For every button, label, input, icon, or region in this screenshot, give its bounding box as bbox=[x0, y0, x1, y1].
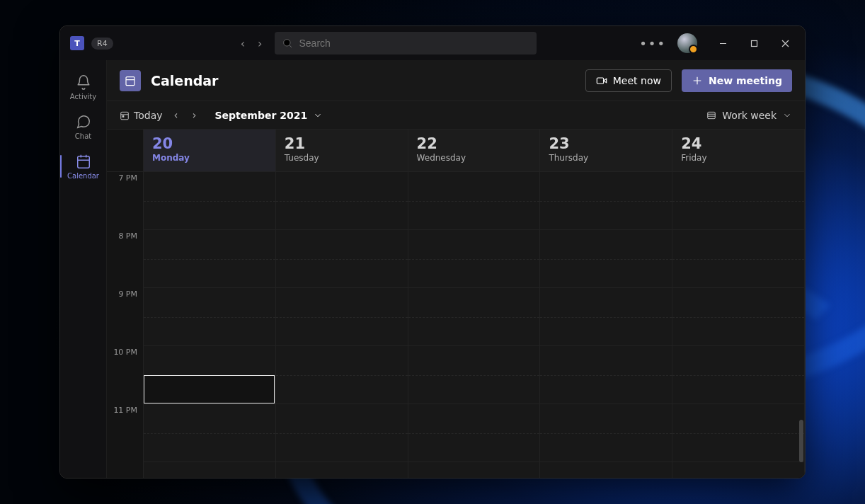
hour-label: 7 PM bbox=[107, 172, 143, 230]
rail-item-activity[interactable]: Activity bbox=[60, 67, 107, 107]
app-window: T R4 ‹ › ••• Activity Chat bbox=[59, 25, 806, 479]
selected-time-slot[interactable] bbox=[144, 375, 275, 403]
history-forward-icon[interactable]: › bbox=[258, 37, 262, 50]
time-slot[interactable] bbox=[276, 172, 408, 230]
time-slot[interactable] bbox=[144, 288, 275, 346]
calendar-grid: 7 PM 8 PM 9 PM 10 PM 11 PM 20 Monday bbox=[107, 130, 805, 478]
chevron-down-icon bbox=[313, 110, 323, 120]
time-slot[interactable] bbox=[672, 230, 804, 288]
svg-rect-10 bbox=[126, 76, 134, 85]
day-name: Thursday bbox=[549, 153, 663, 163]
history-back-icon[interactable]: ‹ bbox=[241, 37, 245, 50]
hour-label: 8 PM bbox=[107, 230, 143, 288]
teams-app-icon: T bbox=[70, 36, 84, 50]
time-slot[interactable] bbox=[144, 404, 275, 462]
time-slot[interactable] bbox=[408, 288, 540, 346]
day-header[interactable]: 23 Thursday bbox=[540, 130, 672, 172]
time-slot[interactable] bbox=[672, 346, 804, 404]
svg-rect-16 bbox=[121, 112, 129, 120]
more-options-icon[interactable]: ••• bbox=[639, 36, 666, 51]
time-slot[interactable] bbox=[540, 172, 672, 230]
rail-item-calendar[interactable]: Calendar bbox=[60, 147, 107, 186]
svg-rect-19 bbox=[708, 112, 716, 118]
time-slot[interactable] bbox=[276, 404, 408, 462]
app-rail: Activity Chat Calendar bbox=[60, 60, 107, 478]
calendar-main: Calendar Meet now New meeting Today ‹ › bbox=[107, 60, 805, 478]
day-name: Wednesday bbox=[417, 153, 532, 163]
time-slot[interactable] bbox=[276, 230, 408, 288]
bell-icon bbox=[76, 74, 91, 90]
time-slot[interactable] bbox=[540, 230, 672, 288]
svg-rect-6 bbox=[77, 156, 89, 168]
calendar-toolbar: Today ‹ › September 2021 Work week bbox=[107, 101, 805, 130]
svg-rect-3 bbox=[751, 40, 757, 46]
time-slot[interactable] bbox=[540, 346, 672, 404]
svg-rect-12 bbox=[597, 78, 603, 84]
time-slot[interactable] bbox=[672, 404, 804, 462]
rail-item-chat[interactable]: Chat bbox=[60, 107, 107, 147]
day-column-mon: 20 Monday bbox=[144, 130, 276, 478]
window-minimize-button[interactable] bbox=[707, 32, 738, 55]
view-switcher[interactable]: Work week bbox=[706, 110, 792, 121]
day-column-thu: 23 Thursday bbox=[540, 130, 672, 478]
svg-line-1 bbox=[290, 45, 292, 47]
day-column-tue: 21 Tuesday bbox=[276, 130, 408, 478]
new-meeting-button[interactable]: New meeting bbox=[682, 69, 792, 92]
day-number: 23 bbox=[549, 135, 663, 152]
month-picker[interactable]: September 2021 bbox=[215, 110, 323, 121]
time-slot[interactable] bbox=[672, 288, 804, 346]
hour-label: 11 PM bbox=[107, 404, 143, 462]
meet-now-button[interactable]: Meet now bbox=[585, 69, 672, 92]
search-icon bbox=[282, 38, 293, 49]
search-input-wrap[interactable] bbox=[275, 32, 537, 55]
day-column-wed: 22 Wednesday bbox=[408, 130, 541, 478]
rail-item-label: Activity bbox=[70, 93, 96, 101]
time-slot[interactable] bbox=[672, 172, 804, 230]
window-close-button[interactable] bbox=[769, 32, 801, 55]
day-column-fri: 24 Friday bbox=[672, 130, 805, 478]
time-slot[interactable] bbox=[540, 404, 672, 462]
next-period-button[interactable]: › bbox=[190, 109, 200, 122]
time-slot[interactable] bbox=[276, 346, 408, 404]
day-number: 24 bbox=[681, 135, 796, 152]
user-avatar[interactable] bbox=[677, 33, 697, 53]
day-number: 21 bbox=[285, 135, 399, 152]
org-badge[interactable]: R4 bbox=[91, 38, 113, 50]
new-meeting-label: New meeting bbox=[709, 75, 782, 86]
svg-point-0 bbox=[284, 40, 290, 46]
meet-now-label: Meet now bbox=[613, 75, 661, 86]
day-number: 22 bbox=[417, 135, 532, 152]
rail-item-label: Calendar bbox=[67, 172, 99, 180]
today-button[interactable]: Today bbox=[120, 110, 163, 121]
prev-period-button[interactable]: ‹ bbox=[171, 109, 181, 122]
time-slot[interactable] bbox=[408, 230, 540, 288]
time-slot[interactable] bbox=[408, 404, 540, 462]
chevron-down-icon bbox=[782, 110, 792, 120]
day-number: 20 bbox=[152, 135, 267, 152]
calendar-icon bbox=[76, 154, 91, 169]
list-icon bbox=[706, 110, 716, 120]
time-slot[interactable] bbox=[144, 230, 275, 288]
grid-scrollbar[interactable] bbox=[799, 420, 803, 462]
day-header[interactable]: 20 Monday bbox=[144, 130, 275, 172]
time-slot[interactable] bbox=[408, 346, 540, 404]
day-header[interactable]: 24 Friday bbox=[672, 130, 804, 172]
search-input[interactable] bbox=[299, 38, 529, 49]
hour-label: 10 PM bbox=[107, 346, 143, 404]
svg-rect-18 bbox=[122, 115, 124, 117]
day-name: Monday bbox=[152, 153, 267, 163]
days-container: 20 Monday 21 Tuesday bbox=[144, 130, 805, 478]
page-title: Calendar bbox=[151, 73, 218, 88]
rail-item-label: Chat bbox=[75, 132, 91, 140]
day-header[interactable]: 21 Tuesday bbox=[276, 130, 408, 172]
day-header[interactable]: 22 Wednesday bbox=[408, 130, 540, 172]
view-label: Work week bbox=[722, 110, 777, 121]
day-name: Tuesday bbox=[285, 153, 399, 163]
time-slot[interactable] bbox=[540, 288, 672, 346]
time-slot[interactable] bbox=[408, 172, 540, 230]
time-slot[interactable] bbox=[276, 288, 408, 346]
calendar-badge-icon bbox=[120, 70, 141, 91]
time-slot[interactable] bbox=[144, 172, 275, 230]
plus-icon bbox=[692, 75, 703, 86]
window-maximize-button[interactable] bbox=[738, 32, 769, 55]
